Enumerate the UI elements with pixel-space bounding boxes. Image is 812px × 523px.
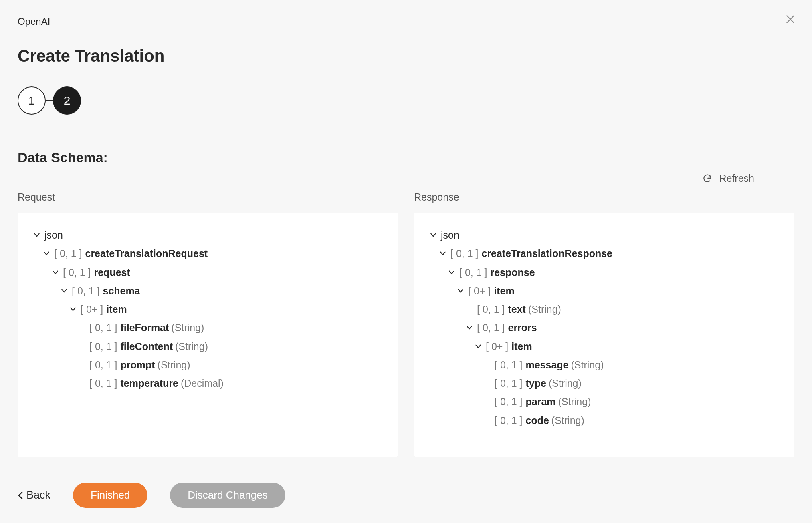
response-tree-node[interactable]: json	[429, 226, 780, 244]
cardinality-label: [ 0+ ]	[486, 337, 508, 356]
cardinality-label: [ 0, 1 ]	[495, 356, 522, 374]
section-heading: Data Schema:	[18, 150, 794, 165]
response-tree-node: [ 0, 1 ]message (String)	[429, 356, 780, 374]
node-name: response	[490, 263, 535, 282]
node-name: message	[525, 356, 568, 374]
request-column-title: Request	[18, 191, 398, 203]
response-tree-node: [ 0, 1 ]text (String)	[429, 300, 780, 318]
cardinality-label: [ 0, 1 ]	[450, 244, 478, 263]
node-type: (String)	[175, 337, 208, 356]
node-name: schema	[103, 282, 140, 300]
node-name: createTranslationRequest	[85, 244, 208, 263]
back-button[interactable]: Back	[18, 489, 50, 501]
close-icon	[785, 14, 796, 24]
chevron-down-icon	[465, 323, 474, 332]
response-tree-node: [ 0, 1 ]param (String)	[429, 392, 780, 411]
chevron-down-icon	[429, 231, 438, 239]
node-name: param	[525, 392, 555, 411]
request-schema-box: json[ 0, 1 ]createTranslationRequest[ 0,…	[18, 213, 398, 457]
step-2[interactable]: 2	[53, 86, 81, 115]
refresh-label: Refresh	[719, 173, 754, 184]
node-name: temperature	[120, 374, 178, 392]
response-schema-box: json[ 0, 1 ]createTranslationResponse[ 0…	[414, 213, 794, 457]
finished-button[interactable]: Finished	[73, 483, 147, 508]
chevron-left-icon	[18, 491, 23, 500]
node-name: fileContent	[120, 337, 173, 356]
node-type: (String)	[549, 374, 582, 392]
response-tree-node: [ 0, 1 ]type (String)	[429, 374, 780, 392]
node-name: json	[44, 226, 63, 244]
chevron-down-icon	[474, 342, 483, 351]
cardinality-label: [ 0+ ]	[468, 282, 491, 300]
refresh-icon	[702, 173, 713, 184]
node-name: type	[525, 374, 546, 392]
node-name: item	[511, 337, 532, 356]
node-name: text	[508, 300, 525, 318]
cardinality-label: [ 0, 1 ]	[72, 282, 99, 300]
response-tree-node[interactable]: [ 0+ ]item	[429, 337, 780, 356]
request-tree-node: [ 0, 1 ]fileFormat (String)	[32, 318, 383, 337]
cardinality-label: [ 0, 1 ]	[63, 263, 91, 282]
request-tree-node: [ 0, 1 ]fileContent (String)	[32, 337, 383, 356]
cardinality-label: [ 0, 1 ]	[477, 318, 505, 337]
cardinality-label: [ 0, 1 ]	[495, 411, 522, 430]
node-type: (String)	[528, 300, 561, 318]
node-name: request	[94, 263, 130, 282]
cardinality-label: [ 0, 1 ]	[89, 356, 117, 374]
back-label: Back	[26, 489, 50, 501]
node-type: (Decimal)	[181, 374, 224, 392]
response-column-title: Response	[414, 191, 794, 203]
node-type: (String)	[158, 356, 190, 374]
chevron-down-icon	[438, 249, 447, 258]
step-connector	[46, 100, 53, 101]
response-tree-node: [ 0, 1 ]code (String)	[429, 411, 780, 430]
close-button[interactable]	[783, 12, 798, 26]
cardinality-label: [ 0, 1 ]	[89, 318, 117, 337]
cardinality-label: [ 0, 1 ]	[89, 337, 117, 356]
cardinality-label: [ 0, 1 ]	[459, 263, 487, 282]
stepper: 1 2	[18, 86, 794, 115]
node-name: prompt	[120, 356, 155, 374]
node-type: (String)	[558, 392, 591, 411]
cardinality-label: [ 0, 1 ]	[89, 374, 117, 392]
chevron-down-icon	[60, 286, 69, 295]
chevron-down-icon	[42, 249, 51, 258]
page-title: Create Translation	[18, 46, 794, 66]
cardinality-label: [ 0, 1 ]	[495, 374, 522, 392]
breadcrumb-root[interactable]: OpenAI	[18, 16, 50, 27]
chevron-down-icon	[456, 286, 465, 295]
request-tree-node[interactable]: [ 0+ ]item	[32, 300, 383, 318]
cardinality-label: [ 0+ ]	[81, 300, 103, 318]
node-name: createTranslationResponse	[481, 244, 612, 263]
request-tree-node[interactable]: [ 0, 1 ]createTranslationRequest	[32, 244, 383, 263]
response-tree-node[interactable]: [ 0, 1 ]createTranslationResponse	[429, 244, 780, 263]
request-tree-node[interactable]: json	[32, 226, 383, 244]
node-type: (String)	[551, 411, 584, 430]
node-type: (String)	[571, 356, 604, 374]
chevron-down-icon	[447, 268, 456, 277]
request-tree-node: [ 0, 1 ]temperature (Decimal)	[32, 374, 383, 392]
node-name: item	[106, 300, 127, 318]
node-name: fileFormat	[120, 318, 169, 337]
response-tree-node[interactable]: [ 0+ ]item	[429, 282, 780, 300]
cardinality-label: [ 0, 1 ]	[477, 300, 505, 318]
response-tree-node[interactable]: [ 0, 1 ]response	[429, 263, 780, 282]
request-tree-node: [ 0, 1 ]prompt (String)	[32, 356, 383, 374]
node-name: item	[494, 282, 514, 300]
chevron-down-icon	[69, 305, 77, 314]
node-type: (String)	[171, 318, 204, 337]
node-name: code	[525, 411, 549, 430]
response-tree-node[interactable]: [ 0, 1 ]errors	[429, 318, 780, 337]
node-name: json	[441, 226, 459, 244]
chevron-down-icon	[32, 231, 41, 239]
discard-button[interactable]: Discard Changes	[170, 483, 285, 508]
step-1[interactable]: 1	[18, 86, 46, 115]
refresh-button[interactable]: Refresh	[18, 173, 794, 184]
node-name: errors	[508, 318, 537, 337]
cardinality-label: [ 0, 1 ]	[54, 244, 82, 263]
chevron-down-icon	[51, 268, 60, 277]
request-tree-node[interactable]: [ 0, 1 ]request	[32, 263, 383, 282]
request-tree-node[interactable]: [ 0, 1 ]schema	[32, 282, 383, 300]
cardinality-label: [ 0, 1 ]	[495, 392, 522, 411]
